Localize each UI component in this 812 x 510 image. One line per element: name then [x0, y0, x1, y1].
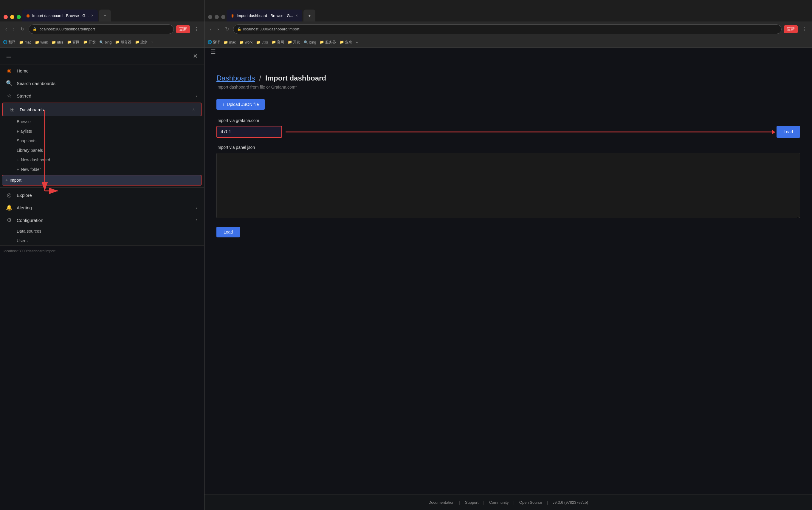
sidebar-sub-library-panels[interactable]: Library panels: [0, 145, 204, 155]
bookmark-utils[interactable]: 📁 utils: [52, 40, 63, 45]
import-label: Import: [9, 178, 22, 182]
sidebar-sub-import[interactable]: + Import: [2, 175, 202, 186]
bookmark-guanwang[interactable]: 📁 官网: [67, 40, 80, 45]
sidebar-close-icon[interactable]: ✕: [193, 53, 198, 60]
right-bookmark-yeyu[interactable]: 📁 业余: [339, 40, 352, 45]
dashboards-icon: ⊞: [9, 106, 16, 113]
right-bookmark-mac[interactable]: 📁 mac: [223, 40, 236, 45]
sidebar-sub-playlists[interactable]: Playlists: [0, 126, 204, 136]
right-back-button[interactable]: ‹: [208, 25, 213, 33]
url-input[interactable]: 🔒 localhost:3000/dashboard/import: [29, 25, 174, 34]
right-bookmark-bing[interactable]: 🔍 bing: [304, 40, 316, 45]
bookmark-fuwuqi[interactable]: 📁 服务器: [115, 40, 131, 45]
right-reload-button[interactable]: ↻: [223, 25, 231, 33]
tab-title: Import dashboard - Browse - G...: [32, 13, 89, 18]
sidebar-item-configuration[interactable]: ⚙ Configuration ∧: [0, 214, 204, 226]
bookmark-more[interactable]: »: [151, 40, 153, 45]
forward-button[interactable]: ›: [11, 25, 16, 33]
snapshots-label: Snapshots: [17, 138, 36, 143]
right-bookmark-work[interactable]: 📁 work: [239, 40, 252, 45]
update-button[interactable]: 更新: [176, 25, 190, 33]
footer-sep-3: |: [513, 500, 514, 505]
right-url-input[interactable]: 🔒 localhost:3000/dashboard/import: [233, 25, 782, 34]
plus-new-dashboard-icon: +: [17, 158, 19, 162]
footer-support[interactable]: Support: [465, 500, 479, 505]
sidebar-sub-data-sources[interactable]: Data sources: [0, 226, 204, 236]
left-tab-bar: ◉ Import dashboard - Browse - G... ✕ +: [0, 0, 204, 22]
bookmark-work[interactable]: 📁 work: [35, 40, 48, 45]
load-main-button[interactable]: Load: [216, 227, 240, 237]
left-bookmarks-bar: 🌐 翻译 📁 mac 📁 work 📁 utils 📁 官网 📁 开发 🔍 bi…: [0, 37, 204, 48]
chevron-up-icon: ∧: [192, 107, 195, 112]
menu-button[interactable]: ⋮: [192, 25, 201, 33]
lock-icon: 🔒: [32, 27, 37, 31]
bookmark-kaifa[interactable]: 📁 开发: [83, 40, 96, 45]
footer-community[interactable]: Community: [489, 500, 509, 505]
back-button[interactable]: ‹: [4, 25, 9, 33]
main-panel: Dashboards / Import dashboard Import das…: [205, 48, 812, 510]
footer-documentation[interactable]: Documentation: [428, 500, 454, 505]
grafana-id-input[interactable]: [216, 126, 282, 138]
json-textarea[interactable]: [216, 153, 800, 218]
right-update-button[interactable]: 更新: [784, 25, 798, 33]
close-dot[interactable]: [4, 15, 8, 19]
minimize-dot[interactable]: [10, 15, 14, 19]
breadcrumb-dashboards[interactable]: Dashboards: [216, 74, 255, 82]
right-bookmark-guanwang[interactable]: 📁 官网: [272, 40, 284, 45]
active-tab[interactable]: ◉ Import dashboard - Browse - G... ✕: [22, 9, 98, 22]
sidebar-item-explore[interactable]: ◎ Explore: [0, 189, 204, 201]
sidebar-sub-snapshots[interactable]: Snapshots: [0, 136, 204, 145]
footer-open-source[interactable]: Open Source: [519, 500, 542, 505]
tab-favicon: ◉: [26, 13, 30, 18]
alerting-icon: 🔔: [6, 204, 12, 211]
right-bookmark-utils[interactable]: 📁 utils: [256, 40, 268, 45]
right-bookmark-kaifa[interactable]: 📁 开发: [288, 40, 300, 45]
maximize-dot[interactable]: [17, 15, 21, 19]
configuration-icon: ⚙: [6, 217, 12, 223]
sidebar-item-dashboards[interactable]: ⊞ Dashboards ∧: [2, 103, 202, 116]
window-controls: [4, 15, 21, 22]
right-bookmark-fuwuqi[interactable]: 📁 服务器: [320, 40, 336, 45]
tab-close-icon[interactable]: ✕: [91, 14, 94, 18]
sidebar-sub-users[interactable]: Users: [0, 236, 204, 246]
right-tab-bar: ◉ Import dashboard - Browse - G... ✕ +: [205, 0, 812, 22]
bookmark-bing[interactable]: 🔍 bing: [99, 40, 112, 45]
upload-json-button[interactable]: ↑ Upload JSON file: [216, 99, 265, 110]
bookmark-yeyu[interactable]: 📁 业余: [135, 40, 148, 45]
right-hamburger-icon[interactable]: ☰: [208, 48, 218, 56]
sidebar-item-starred[interactable]: ☆ Starred ∨: [0, 89, 204, 102]
hamburger-icon[interactable]: ☰: [6, 53, 11, 60]
sidebar-sub-new-folder[interactable]: + New folder: [0, 165, 204, 174]
data-sources-label: Data sources: [17, 229, 41, 233]
new-dashboard-label: New dashboard: [21, 158, 50, 162]
right-close-dot[interactable]: [208, 15, 212, 19]
right-menu-button[interactable]: ⋮: [800, 25, 808, 33]
right-active-tab[interactable]: ◉ Import dashboard - Browse - G... ✕: [227, 9, 302, 22]
bookmark-mac[interactable]: 📁 mac: [19, 40, 31, 45]
right-maximize-dot[interactable]: [221, 15, 225, 19]
right-minimize-dot[interactable]: [215, 15, 219, 19]
right-lock-icon: 🔒: [237, 27, 241, 31]
configuration-chevron-icon: ∧: [195, 218, 198, 222]
sidebar-sub-new-dashboard[interactable]: + New dashboard: [0, 155, 204, 165]
left-app-content: ☰ ✕ ◉ Home 🔍 Search dashboards ☆ Starred…: [0, 48, 204, 510]
right-tab-close-icon[interactable]: ✕: [295, 14, 298, 18]
reload-button[interactable]: ↻: [19, 25, 26, 33]
sidebar-item-home-label: Home: [17, 68, 198, 74]
home-icon: ◉: [6, 67, 12, 74]
right-forward-button[interactable]: ›: [215, 25, 220, 33]
load-button[interactable]: Load: [777, 126, 800, 138]
new-tab-btn[interactable]: +: [99, 9, 111, 22]
right-new-tab-btn[interactable]: +: [303, 9, 315, 22]
breadcrumb-separator: /: [259, 74, 261, 82]
bookmark-translate[interactable]: 🌐 翻译: [3, 40, 16, 45]
sidebar-item-home[interactable]: ◉ Home: [0, 64, 204, 77]
right-tab-title: Import dashboard - Browse - G...: [237, 13, 293, 18]
right-bookmark-translate[interactable]: 🌐 翻译: [208, 40, 220, 45]
sidebar-sub-browse[interactable]: Browse: [0, 117, 204, 126]
sidebar-item-search[interactable]: 🔍 Search dashboards: [0, 77, 204, 89]
right-bookmark-more[interactable]: »: [356, 40, 358, 45]
sidebar-item-alerting[interactable]: 🔔 Alerting ∨: [0, 201, 204, 214]
upload-icon: ↑: [222, 102, 224, 107]
browse-label: Browse: [17, 119, 31, 124]
